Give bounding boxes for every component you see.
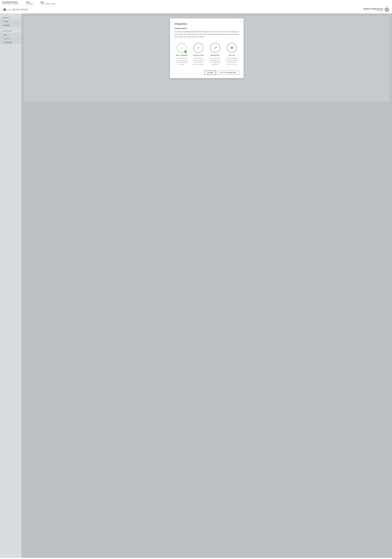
developer-text: DEVELOPER [12, 9, 28, 11]
projects-label: Projects [0, 16, 21, 20]
card-desc-user-info: Get more informaton from your users by i… [225, 57, 238, 65]
card-title-monetization: Monetization [209, 54, 221, 56]
monetization-icon [210, 43, 220, 53]
custom-events-icon: <> [193, 43, 203, 53]
bc-label-1: Developer Dashboard [2, 1, 19, 3]
content-area: × Integration Congratulations! You have … [21, 13, 392, 558]
sidebar-item-ads[interactable]: Ads [0, 33, 21, 37]
card-desc-monetization: Learn more around monetization and how t… [209, 57, 221, 65]
bc-label-3: Step [40, 1, 55, 3]
go-to-dashboard-button[interactable]: GO TO DASHBOARD [217, 71, 239, 75]
svg-marker-1 [4, 9, 6, 10]
sidebar-item-cloud-build[interactable]: Cloud Build [0, 40, 21, 44]
breadcrumb-bar: Developer Dashboard Project Home - Overv… [0, 0, 392, 6]
card-desc-basic: Your project is now connected and you ar… [175, 57, 188, 65]
card-title-user-info: User Info [225, 54, 238, 56]
user-name: Whittleton Whittleswhorth [364, 8, 383, 10]
user-info-icon [227, 43, 237, 53]
bc-value-3: Play to validate - failed [40, 3, 55, 5]
modal-subtitle: Congratulations! [174, 28, 239, 29]
header-user: Whittleton Whittleswhorth Developer OC [364, 8, 389, 12]
card-user-info: User Info Get more informaton from your … [224, 42, 239, 67]
card-title-custom: Custom Events [192, 54, 205, 56]
modal-title: Integration [174, 22, 239, 26]
card-monetization: Monetization Learn more around monetizat… [208, 42, 222, 67]
modal-close-button[interactable]: × [240, 20, 241, 23]
sidebar-item-analytics[interactable]: Analytics [0, 37, 21, 40]
bc-value-2: Integration [26, 3, 33, 5]
close-button[interactable]: CLOSE [205, 71, 216, 75]
sidebar-item-active[interactable]: Active [0, 20, 21, 23]
main-layout: Projects Active Archived Dashboards Ads … [0, 13, 392, 558]
unity-logo: unity [3, 8, 11, 11]
breadcrumb-developer-dashboard: Developer Dashboard Project Home - Overv… [2, 1, 19, 5]
user-role: Developer [364, 10, 383, 11]
header-logo: unity DEVELOPER [3, 8, 28, 11]
footer: Copyright 2016 Unity Technologies Legal … [0, 558, 392, 559]
header: unity DEVELOPER Whittleton Whittleswhort… [0, 6, 392, 13]
card-desc-custom: Create custom events to capture all type… [192, 57, 205, 65]
bc-value-1: Project Home - Overview [2, 3, 19, 5]
sidebar: Projects Active Archived Dashboards Ads … [0, 13, 21, 558]
card-custom-events: <> Custom Events Create custom events to… [191, 42, 206, 67]
dashboards-label: Dashboards [0, 29, 21, 33]
bc-label-2: Flow [26, 1, 33, 3]
svg-text:<>: <> [181, 47, 183, 49]
modal-container: × Integration Congratulations! You have … [170, 18, 244, 78]
unity-text: unity [7, 9, 11, 10]
modal-footer: CLOSE GO TO DASHBOARD [174, 71, 239, 75]
modal: × Integration Congratulations! You have … [170, 18, 244, 78]
integration-cards-row: <> ✓ Basic Integration Your project is n… [174, 42, 239, 67]
unity-logo-icon [3, 8, 6, 11]
modal-description: You have successfully completed Basic In… [174, 30, 239, 38]
overlay [21, 13, 392, 558]
svg-text:<>: <> [197, 47, 200, 49]
card-title-basic: Basic Integration [175, 54, 188, 56]
basic-integration-icon: <> ✓ [177, 43, 187, 53]
breadcrumb-step: Step Play to validate - failed [40, 1, 55, 5]
avatar: OC [385, 8, 389, 12]
breadcrumb-flow: Flow Integration [26, 1, 33, 5]
completed-badge: ✓ [184, 50, 187, 53]
card-basic-integration: <> ✓ Basic Integration Your project is n… [174, 42, 189, 67]
sidebar-item-archived[interactable]: Archived [0, 23, 21, 27]
